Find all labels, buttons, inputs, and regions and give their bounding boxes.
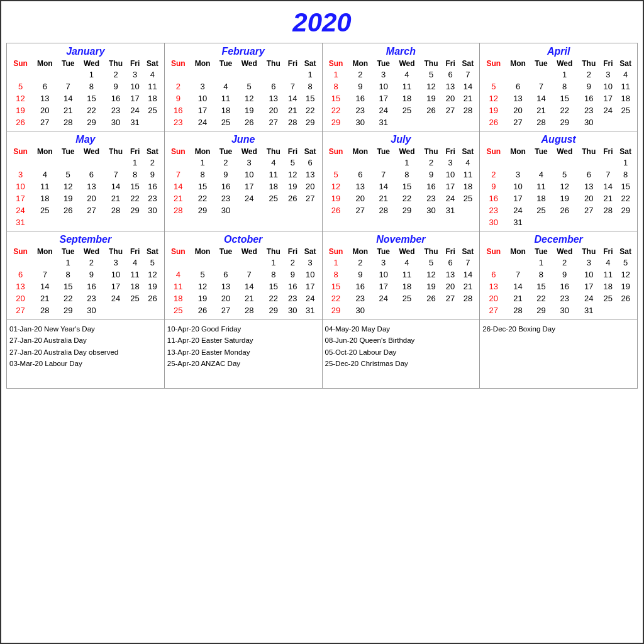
day-cell: 15 <box>394 180 419 192</box>
day-cell: 22 <box>57 292 78 304</box>
day-cell: 7 <box>167 169 190 180</box>
holiday-item: 10-Apr-20 Good Friday <box>167 323 319 335</box>
month-name: June <box>167 134 320 145</box>
col-header-tue: Tue <box>531 147 552 157</box>
month-february: FebruarySunMonTueWedThuFriSat12345678910… <box>165 43 323 131</box>
day-cell: 14 <box>236 280 262 292</box>
day-cell: 28 <box>458 292 478 304</box>
day-cell: 21 <box>57 104 78 116</box>
day-cell: 1 <box>325 69 348 80</box>
day-cell: 28 <box>57 116 78 128</box>
day-cell: 27 <box>443 104 458 116</box>
day-cell: 27 <box>505 116 530 128</box>
day-cell: 11 <box>167 280 190 292</box>
col-header-wed: Wed <box>552 147 577 157</box>
day-cell: 29 <box>325 116 348 128</box>
col-header-mon: Mon <box>348 247 373 257</box>
day-cell: 8 <box>552 80 577 92</box>
col-header-sun: Sun <box>167 147 190 157</box>
day-cell: 11 <box>531 180 552 192</box>
col-header-tue: Tue <box>215 247 236 257</box>
day-cell: 10 <box>190 92 215 104</box>
day-cell: 3 <box>373 69 394 80</box>
holiday-item: 13-Apr-20 Easter Monday <box>167 347 319 358</box>
day-cell: 7 <box>285 80 301 92</box>
day-cell: 16 <box>482 192 505 204</box>
col-header-tue: Tue <box>57 147 78 157</box>
col-header-sat: Sat <box>616 147 635 157</box>
day-cell: 20 <box>301 180 320 192</box>
day-cell: 30 <box>348 116 373 128</box>
day-cell: 22 <box>616 192 635 204</box>
day-cell: 17 <box>505 192 530 204</box>
day-cell: 1 <box>531 257 552 269</box>
day-cell: 9 <box>348 80 373 92</box>
day-cell: 29 <box>57 304 78 316</box>
col-header-tue: Tue <box>373 147 394 157</box>
day-cell: 11 <box>458 169 478 180</box>
col-header-fri: Fri <box>127 58 143 69</box>
day-cell: 1 <box>616 157 635 169</box>
col-header-thu: Thu <box>577 247 600 257</box>
col-header-sat: Sat <box>616 58 635 69</box>
col-header-mon: Mon <box>505 247 530 257</box>
day-cell: 8 <box>325 269 348 280</box>
day-cell: 27 <box>482 304 505 316</box>
day-cell: 13 <box>443 269 458 280</box>
day-cell: 22 <box>190 192 215 204</box>
day-cell: 8 <box>531 269 552 280</box>
holidays-section: 01-Jan-20 New Year's Day27-Jan-20 Austra… <box>6 319 638 389</box>
day-cell: 8 <box>262 269 285 280</box>
col-header-sun: Sun <box>482 147 505 157</box>
day-cell: 12 <box>420 269 443 280</box>
day-cell: 26 <box>236 116 262 128</box>
holiday-item: 05-Oct-20 Labour Day <box>325 347 477 358</box>
day-cell: 26 <box>190 304 215 316</box>
day-cell: 30 <box>482 216 505 228</box>
day-cell: 20 <box>505 104 530 116</box>
holiday-col-0: 01-Jan-20 New Year's Day27-Jan-20 Austra… <box>7 319 165 388</box>
year-title: 2020 <box>6 8 638 38</box>
col-header-tue: Tue <box>531 247 552 257</box>
day-cell: 19 <box>143 280 162 292</box>
day-cell: 8 <box>190 169 215 180</box>
day-cell: 6 <box>443 69 458 80</box>
day-cell: 31 <box>577 304 600 316</box>
day-cell: 17 <box>373 92 394 104</box>
holiday-item: 01-Jan-20 New Year's Day <box>9 323 162 335</box>
month-june: JuneSunMonTueWedThuFriSat123456789101112… <box>165 131 323 231</box>
day-cell: 25 <box>600 292 616 304</box>
holiday-item: 08-Jun-20 Queen's Birthday <box>325 335 477 346</box>
day-cell: 12 <box>482 92 505 104</box>
col-header-fri: Fri <box>443 247 458 257</box>
day-cell: 17 <box>9 192 32 204</box>
day-cell: 6 <box>443 257 458 269</box>
day-cell: 11 <box>32 180 57 192</box>
day-cell: 24 <box>600 104 616 116</box>
day-cell: 23 <box>577 104 600 116</box>
col-header-sat: Sat <box>616 247 635 257</box>
day-cell: 14 <box>57 92 78 104</box>
day-cell: 24 <box>301 292 320 304</box>
day-cell: 18 <box>167 292 190 304</box>
day-cell: 20 <box>348 192 373 204</box>
day-cell: 5 <box>9 80 32 92</box>
day-cell: 23 <box>167 116 190 128</box>
holiday-item: 04-May-20 May Day <box>325 323 477 335</box>
day-cell: 21 <box>104 192 127 204</box>
day-cell: 30 <box>552 304 577 316</box>
day-cell: 9 <box>215 169 236 180</box>
day-cell: 19 <box>552 192 577 204</box>
col-header-thu: Thu <box>420 58 443 69</box>
month-july: JulySunMonTueWedThuFriSat123456789101112… <box>323 131 480 231</box>
day-cell: 4 <box>143 69 162 80</box>
day-cell: 21 <box>236 292 262 304</box>
day-cell: 3 <box>236 157 262 169</box>
day-cell: 27 <box>262 116 285 128</box>
day-cell: 4 <box>215 80 236 92</box>
col-header-fri: Fri <box>600 247 616 257</box>
day-cell: 29 <box>127 204 143 216</box>
day-cell: 20 <box>443 92 458 104</box>
col-header-sat: Sat <box>458 247 478 257</box>
day-cell: 27 <box>32 116 57 128</box>
